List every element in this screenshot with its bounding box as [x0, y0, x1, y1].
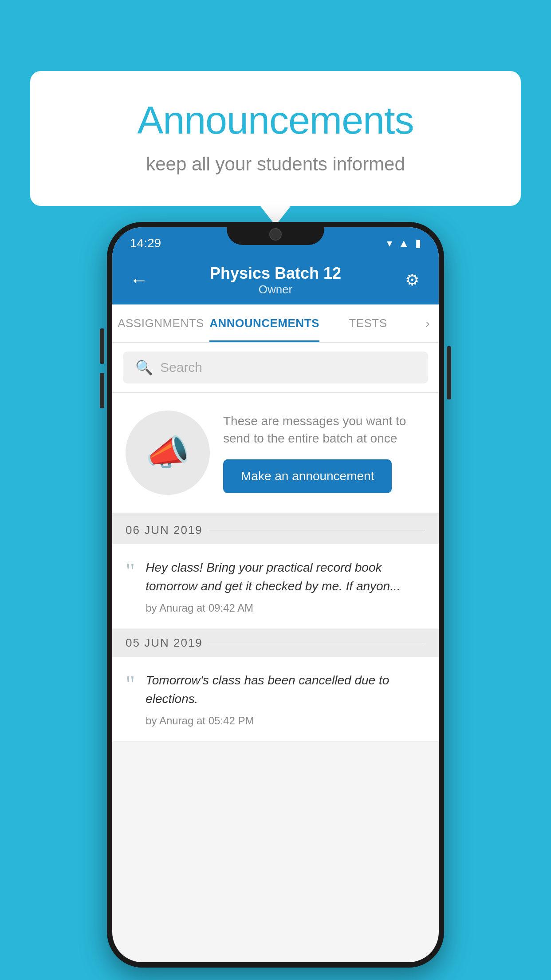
announcement-text-2: Tomorrow's class has been cancelled due …	[146, 671, 425, 708]
bubble-subtitle: keep all your students informed	[66, 154, 485, 175]
announcement-text-1: Hey class! Bring your practical record b…	[146, 558, 425, 596]
phone-camera	[269, 228, 282, 241]
megaphone-icon: 📣	[146, 432, 190, 474]
promo-section: 📣 These are messages you want to send to…	[112, 393, 439, 516]
search-placeholder: Search	[160, 360, 202, 375]
announcement-item-2[interactable]: " Tomorrow's class has been cancelled du…	[112, 657, 439, 742]
status-icons: ▾ ▲ ▮	[387, 237, 421, 249]
app-bar: ← Physics Batch 12 Owner ⚙	[112, 256, 439, 304]
wifi-icon: ▾	[387, 237, 392, 249]
announcement-item-1[interactable]: " Hey class! Bring your practical record…	[112, 544, 439, 629]
date-label-2: 05 JUN 2019	[126, 636, 203, 650]
volume-down-button[interactable]	[100, 373, 104, 408]
search-bar[interactable]: 🔍 Search	[123, 352, 428, 383]
speech-bubble: Announcements keep all your students inf…	[30, 71, 521, 206]
date-label-1: 06 JUN 2019	[126, 523, 203, 537]
settings-button[interactable]: ⚙	[399, 271, 425, 289]
app-bar-title: Physics Batch 12	[152, 264, 399, 283]
make-announcement-button[interactable]: Make an announcement	[223, 459, 392, 493]
date-separator-line-2	[208, 643, 425, 643]
signal-icon: ▲	[398, 237, 409, 249]
date-separator-1: 06 JUN 2019	[112, 516, 439, 544]
app-bar-subtitle: Owner	[152, 283, 399, 296]
announcement-meta-1: by Anurag at 09:42 AM	[146, 602, 425, 614]
announcement-meta-2: by Anurag at 05:42 PM	[146, 715, 425, 727]
tab-assignments[interactable]: ASSIGNMENTS	[112, 304, 209, 342]
promo-description: These are messages you want to send to t…	[223, 412, 425, 447]
search-container: 🔍 Search	[112, 343, 439, 393]
phone-outer: 14:29 ▾ ▲ ▮ ← Physics Batch 12 Owner ⚙ A…	[107, 222, 444, 968]
date-separator-2: 05 JUN 2019	[112, 629, 439, 657]
quote-icon-2: "	[126, 673, 135, 727]
back-button[interactable]: ←	[126, 269, 152, 291]
promo-content: These are messages you want to send to t…	[223, 412, 425, 493]
phone-container: 14:29 ▾ ▲ ▮ ← Physics Batch 12 Owner ⚙ A…	[107, 222, 444, 968]
battery-icon: ▮	[415, 237, 421, 249]
tab-tests[interactable]: TESTS	[319, 304, 417, 342]
phone-screen: 14:29 ▾ ▲ ▮ ← Physics Batch 12 Owner ⚙ A…	[112, 227, 439, 962]
volume-up-button[interactable]	[100, 328, 104, 364]
announcement-content-2: Tomorrow's class has been cancelled due …	[146, 671, 425, 727]
search-icon: 🔍	[135, 359, 153, 376]
promo-icon-circle: 📣	[126, 411, 210, 495]
status-time: 14:29	[130, 236, 161, 250]
quote-icon-1: "	[126, 560, 135, 614]
power-button[interactable]	[447, 346, 451, 399]
phone-notch	[227, 222, 324, 245]
app-bar-center: Physics Batch 12 Owner	[152, 264, 399, 296]
speech-bubble-container: Announcements keep all your students inf…	[30, 71, 521, 206]
tab-announcements[interactable]: ANNOUNCEMENTS	[209, 304, 319, 342]
tab-more[interactable]: ›	[417, 304, 439, 342]
tabs-bar: ASSIGNMENTS ANNOUNCEMENTS TESTS ›	[112, 304, 439, 343]
date-separator-line-1	[208, 530, 425, 530]
bubble-title: Announcements	[66, 98, 485, 143]
announcement-content-1: Hey class! Bring your practical record b…	[146, 558, 425, 614]
